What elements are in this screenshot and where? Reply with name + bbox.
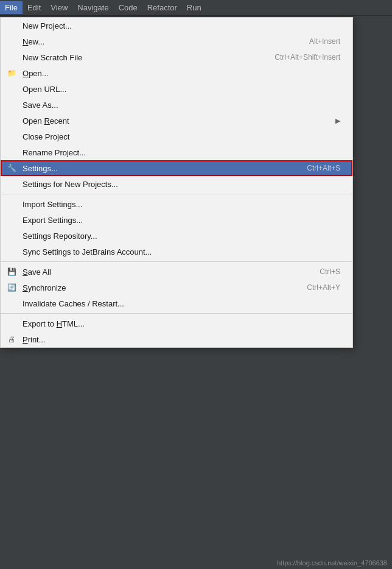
menu-item-new-project[interactable]: New Project... (1, 18, 352, 34)
menu-item-label: Invalidate Caches / Restart... (23, 299, 340, 308)
menubar-item-edit[interactable]: Edit (23, 1, 46, 14)
menu-item-shortcut: Alt+Insert (309, 37, 340, 46)
menu-item-label: New... (23, 37, 285, 46)
menu-item-shortcut: Ctrl+Alt+S (307, 164, 340, 172)
menu-item-close-project[interactable]: Close Project (1, 129, 352, 144)
menu-item-label: Settings Repository... (23, 231, 340, 241)
print-icon: 🖨 (7, 334, 16, 344)
menu-item-save-all[interactable]: 💾Save AllCtrl+S (1, 264, 352, 280)
menu-separator (1, 313, 352, 314)
file-menu-dropdown: New Project...New...Alt+InsertNew Scratc… (0, 17, 353, 348)
menu-item-synchronize[interactable]: 🔄SynchronizeCtrl+Alt+Y (1, 280, 352, 295)
menu-item-settings[interactable]: 🔧Settings...Ctrl+Alt+S (1, 160, 352, 176)
menu-item-sync-settings[interactable]: Sync Settings to JetBrains Account... (1, 244, 352, 260)
menu-item-label: Export Settings... (23, 216, 340, 225)
menubar-item-navigate[interactable]: Navigate (72, 1, 113, 14)
menu-item-export-html[interactable]: Export to HTML... (1, 316, 352, 331)
menubar-item-code[interactable]: Code (114, 1, 142, 14)
menubar-item-run[interactable]: Run (182, 1, 206, 14)
menu-item-label: Sync Settings to JetBrains Account... (23, 247, 340, 256)
menu-item-open-url[interactable]: Open URL... (1, 81, 352, 97)
menu-item-invalidate-caches[interactable]: Invalidate Caches / Restart... (1, 295, 352, 311)
menu-item-rename-project[interactable]: Rename Project... (1, 144, 352, 160)
menu-separator (1, 261, 352, 262)
menu-item-import-settings[interactable]: Import Settings... (1, 196, 352, 212)
menu-item-label: New Scratch File (23, 53, 250, 62)
menu-item-settings-new-projects[interactable]: Settings for New Projects... (1, 176, 352, 192)
menubar-item-view[interactable]: View (46, 1, 72, 14)
save-icon: 💾 (7, 267, 16, 277)
menu-item-label: Save As... (23, 101, 340, 110)
menu-item-label: Export to HTML... (23, 319, 340, 328)
menu-item-label: Rename Project... (23, 148, 340, 157)
menu-item-label: Settings... (23, 164, 282, 173)
watermark-text: https://blog.csdn.net/weixin_4706638 (277, 559, 387, 567)
folder-icon: 📁 (7, 68, 16, 78)
menubar-item-file[interactable]: File (0, 1, 23, 14)
menu-item-label: Open... (23, 69, 340, 78)
menu-item-shortcut: Ctrl+Alt+Y (307, 283, 340, 292)
menu-item-new-scratch-file[interactable]: New Scratch FileCtrl+Alt+Shift+Insert (1, 49, 352, 65)
menu-item-label: New Project... (23, 21, 340, 30)
menu-item-print[interactable]: 🖨Print... (1, 331, 352, 347)
menu-item-open[interactable]: 📁Open... (1, 65, 352, 81)
menu-item-new[interactable]: New...Alt+Insert (1, 34, 352, 49)
menu-separator (1, 194, 352, 194)
wrench-icon: 🔧 (7, 163, 16, 173)
menu-item-shortcut: Ctrl+Alt+Shift+Insert (275, 53, 340, 62)
menu-item-label: Close Project (23, 132, 340, 141)
menubar-item-refactor[interactable]: Refactor (142, 1, 182, 14)
menu-item-label: Save All (23, 267, 295, 277)
sync-icon: 🔄 (7, 283, 16, 292)
menu-bar: FileEditViewNavigateCodeRefactorRun (0, 0, 392, 16)
menu-item-label: Import Settings... (23, 200, 340, 209)
menu-item-settings-repository[interactable]: Settings Repository... (1, 228, 352, 244)
submenu-arrow-icon: ▶ (335, 117, 340, 125)
menu-item-save-as[interactable]: Save As... (1, 97, 352, 113)
menu-item-label: Open URL... (23, 85, 340, 94)
menu-item-shortcut: Ctrl+S (320, 267, 340, 276)
menu-item-label: Print... (23, 335, 340, 344)
menu-item-label: Synchronize (23, 283, 282, 292)
menu-item-label: Settings for New Projects... (23, 180, 340, 189)
menu-item-export-settings[interactable]: Export Settings... (1, 212, 352, 228)
menu-item-label: Open Recent (23, 116, 329, 125)
menu-item-open-recent[interactable]: Open Recent▶ (1, 113, 352, 129)
